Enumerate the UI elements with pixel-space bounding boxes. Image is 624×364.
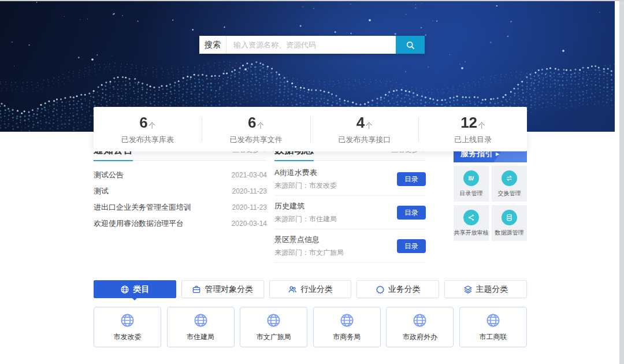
- notice-date: 2020-11-23: [232, 203, 268, 211]
- list-item[interactable]: 欢迎使用睿治数据治理平台 2020-03-14: [94, 216, 267, 232]
- notice-title: 测试: [94, 186, 109, 196]
- briefcase-icon: [192, 285, 201, 294]
- dept-label: 市文广旅局: [257, 332, 291, 342]
- stat-shared-tables: 6个 已发布共享库表: [94, 107, 202, 151]
- tab-industry[interactable]: 行业分类: [269, 280, 352, 298]
- tab-label: 业务分类: [388, 284, 421, 295]
- update-title: 历史建筑: [274, 201, 337, 211]
- list-item[interactable]: 测试公告 2021-03-04: [94, 167, 267, 183]
- catalog-button[interactable]: 目录: [397, 172, 426, 186]
- window-top-border: [0, 0, 624, 1]
- service-label: 共享开放审核: [454, 229, 489, 237]
- people-icon: [288, 285, 297, 294]
- share-icon: [463, 210, 479, 225]
- globe-icon: [120, 313, 135, 328]
- tab-business[interactable]: 业务分类: [356, 280, 439, 298]
- search-bar: 搜索: [199, 36, 425, 54]
- stat-value: 12: [460, 114, 477, 132]
- tab-label: 行业分类: [300, 284, 333, 295]
- service-guide-panel: 服务指引 ▶ 目录管理 交换管理: [454, 145, 527, 263]
- stat-unit: 个: [257, 121, 264, 131]
- list-item: A街道水费表 来源部门：市发改委 目录: [274, 162, 426, 196]
- tab-label: 主题分类: [476, 284, 508, 295]
- dept-card-zhujianju[interactable]: 市住建局: [167, 307, 235, 347]
- stat-value: 4: [356, 114, 365, 132]
- stat-shared-apis: 4个 已发布共享接口: [311, 107, 419, 151]
- update-source: 来源部门：市文广旅局: [274, 248, 344, 258]
- service-tile-exchange-management[interactable]: 交换管理: [492, 166, 527, 202]
- dept-label: 市发改委: [114, 332, 142, 342]
- search-icon: [405, 40, 415, 50]
- stat-label: 已发布共享库表: [121, 135, 174, 145]
- stat-value: 6: [139, 114, 147, 132]
- arrow-right-icon: ▶: [496, 151, 499, 157]
- notice-list: 测试公告 2021-03-04 测试 2020-11-23 进出口企业关务管理全…: [94, 167, 267, 232]
- dept-label: 市政府外办: [403, 332, 437, 342]
- service-label: 交换管理: [498, 190, 521, 198]
- stat-label: 已发布共享文件: [230, 135, 283, 145]
- search-button[interactable]: [396, 36, 425, 54]
- stats-summary-card: 6个 已发布共享库表 6个 已发布共享文件 4个 已发布共享接口 12个 已上线…: [94, 107, 527, 151]
- catalog-button[interactable]: 目录: [397, 239, 426, 253]
- update-source: 来源部门：市发改委: [274, 181, 337, 191]
- books-icon: [463, 170, 479, 186]
- notice-title: 进出口企业关务管理全面培训: [94, 202, 191, 213]
- update-title: 景区景点信息: [274, 235, 344, 245]
- swap-arrows-icon: [502, 170, 517, 186]
- category-tabs: 类目 管理对象分类 行业分类 业务分类 主题分类: [94, 280, 527, 298]
- list-item: 景区景点信息 来源部门：市文广旅局 目录: [274, 229, 426, 263]
- globe-icon: [485, 313, 501, 328]
- tab-category[interactable]: 类目: [94, 280, 176, 298]
- stat-unit: 个: [366, 121, 373, 131]
- dept-card-fagaiwei[interactable]: 市发改委: [94, 307, 161, 347]
- service-guide-grid: 目录管理 交换管理 共享开放审核: [454, 166, 527, 241]
- layers-icon: [463, 285, 473, 294]
- stat-unit: 个: [478, 121, 485, 131]
- globe-icon: [266, 313, 281, 328]
- tab-theme[interactable]: 主题分类: [444, 280, 527, 298]
- globe-icon: [412, 313, 428, 328]
- stat-label: 已发布共享接口: [338, 135, 391, 145]
- tab-label: 管理对象分类: [205, 284, 253, 295]
- notice-date: 2021-03-04: [232, 171, 267, 179]
- search-label: 搜索: [199, 36, 226, 54]
- dept-label: 市工商联: [479, 332, 507, 342]
- dept-label: 市住建局: [187, 332, 214, 342]
- tab-management-object[interactable]: 管理对象分类: [181, 280, 264, 298]
- dept-card-zhengfuwaiban[interactable]: 市政府外办: [386, 307, 454, 347]
- service-tile-catalog-management[interactable]: 目录管理: [454, 166, 489, 202]
- globe-icon: [193, 313, 209, 328]
- list-item[interactable]: 进出口企业关务管理全面培训 2020-11-23: [94, 199, 267, 216]
- stat-shared-files: 6个 已发布共享文件: [202, 107, 310, 151]
- department-cards: 市发改委 市住建局 市文广旅局 市商务局 市政府外办: [94, 307, 527, 347]
- dept-label: 市商务局: [333, 332, 361, 342]
- update-source: 来源部门：市住建局: [274, 214, 337, 224]
- dept-card-shangwuju[interactable]: 市商务局: [313, 307, 381, 347]
- globe-icon: [339, 313, 355, 328]
- main-content: 通知公告 查看更多→ 测试公告 2021-03-04 测试 2020-11-23…: [94, 145, 527, 347]
- service-label: 目录管理: [460, 190, 483, 198]
- database-icon: [502, 210, 517, 225]
- stat-online-catalogs: 12个 已上线目录: [419, 107, 527, 151]
- data-updates-section: 数据动态 查看更多→ A街道水费表 来源部门：市发改委 目录 历史建筑 来源部门…: [274, 145, 426, 263]
- vertical-scrollbar[interactable]: [619, 0, 624, 364]
- service-tile-share-open-review[interactable]: 共享开放审核: [454, 205, 489, 241]
- catalog-button[interactable]: 目录: [397, 206, 426, 220]
- stat-value: 6: [248, 114, 256, 132]
- notices-section: 通知公告 查看更多→ 测试公告 2021-03-04 测试 2020-11-23…: [94, 145, 267, 263]
- service-tile-datasource-management[interactable]: 数据源管理: [492, 205, 527, 241]
- notice-date: 2020-03-14: [232, 220, 267, 228]
- service-label: 数据源管理: [495, 229, 524, 237]
- dept-card-wenguanglvju[interactable]: 市文广旅局: [240, 307, 307, 347]
- badge-icon: [376, 285, 385, 294]
- search-input[interactable]: [226, 36, 396, 54]
- list-item: 历史建筑 来源部门：市住建局 目录: [274, 196, 426, 229]
- globe-icon: [120, 285, 129, 294]
- dept-card-gongshanglian[interactable]: 市工商联: [459, 307, 527, 347]
- update-list: A街道水费表 来源部门：市发改委 目录 历史建筑 来源部门：市住建局 目录 景区…: [274, 162, 426, 263]
- notice-title: 欢迎使用睿治数据治理平台: [94, 218, 184, 229]
- update-title: A街道水费表: [274, 168, 337, 178]
- list-item[interactable]: 测试 2020-11-23: [94, 183, 267, 199]
- notice-date: 2020-11-23: [232, 187, 268, 195]
- notice-title: 测试公告: [94, 170, 124, 180]
